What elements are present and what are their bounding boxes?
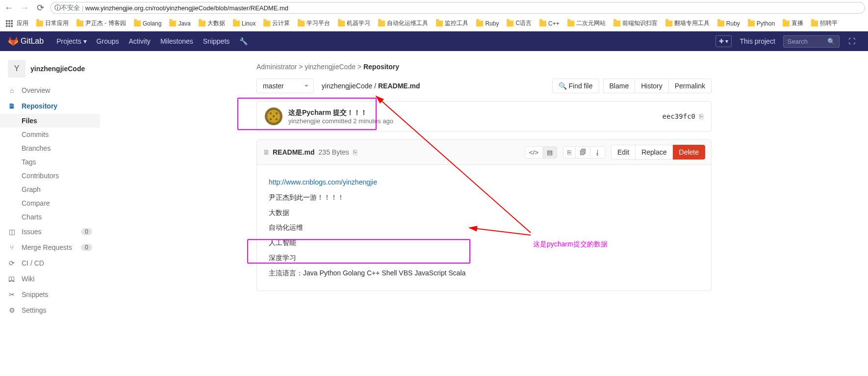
commit-title[interactable]: 这是Pycharm 提交！！！ xyxy=(288,108,393,117)
nav-activity[interactable]: Activity xyxy=(124,37,155,45)
nav-projects[interactable]: Projects ▾ xyxy=(51,37,91,45)
bookmark-item[interactable]: 云计算 xyxy=(260,19,293,27)
svg-rect-5 xyxy=(11,23,13,25)
blame-button[interactable]: Blame xyxy=(603,79,635,93)
bookmark-item[interactable]: 翻墙专用工具 xyxy=(663,19,713,27)
reload-icon[interactable]: ⟳ xyxy=(34,2,46,13)
nav-snippets[interactable]: Snippets xyxy=(198,37,234,45)
folder-icon xyxy=(507,21,513,27)
insecure-icon: ⓘ xyxy=(54,3,61,12)
bookmark-item[interactable]: C语言 xyxy=(504,19,535,27)
merge-icon: ⑂ xyxy=(8,243,16,251)
bookmark-item[interactable]: 直播 xyxy=(780,19,806,27)
sidebar-compare[interactable]: Compare xyxy=(0,196,100,210)
bookmark-item[interactable]: 二次元网站 xyxy=(564,19,609,27)
edit-button[interactable]: Edit xyxy=(611,145,635,160)
breadcrumb: Administrator > yinzhengjieCode > Reposi… xyxy=(256,59,712,79)
history-button[interactable]: History xyxy=(635,79,668,93)
nav-groups[interactable]: Groups xyxy=(92,37,124,45)
nav-milestones[interactable]: Milestones xyxy=(155,37,198,45)
file-content: http://www.cnblogs.com/yinzhengjie 尹正杰到此… xyxy=(257,165,711,291)
breadcrumb-owner[interactable]: Administrator xyxy=(256,63,297,71)
forward-icon[interactable]: → xyxy=(19,3,30,13)
bookmark-item[interactable]: Java xyxy=(166,20,193,27)
bookmark-item[interactable]: 自动化运维工具 xyxy=(375,19,431,27)
breadcrumb-repo: Repository xyxy=(363,63,399,71)
svg-rect-3 xyxy=(6,23,8,25)
delete-button[interactable]: Delete xyxy=(673,145,705,160)
sidebar-tags[interactable]: Tags xyxy=(0,155,100,169)
bookmark-item[interactable]: Python xyxy=(745,20,778,27)
folder-icon xyxy=(811,21,818,27)
bookmark-item[interactable]: C++ xyxy=(536,20,562,27)
issues-count: 0 xyxy=(81,228,92,235)
find-file-button[interactable]: 🔍 Find file xyxy=(552,79,599,93)
sidebar-repository[interactable]: 🗎Repository xyxy=(0,98,100,114)
sidebar-commits[interactable]: Commits xyxy=(0,128,100,141)
project-scope[interactable]: This project xyxy=(736,35,779,47)
bookmark-item[interactable]: Golang xyxy=(131,20,165,27)
bookmark-item[interactable]: 监控工具 xyxy=(433,19,471,27)
search-input[interactable]: Search 🔍 xyxy=(783,35,840,48)
copy-path-icon[interactable]: ⎘ xyxy=(353,148,357,156)
expand-icon[interactable]: ⛶ xyxy=(843,37,860,45)
sidebar-graph[interactable]: Graph xyxy=(0,183,100,196)
bookmark-item[interactable]: 尹正杰 - 博客园 xyxy=(74,19,129,27)
content-line: 大数据 xyxy=(269,205,699,220)
sidebar-wiki[interactable]: 🕮Wiki xyxy=(0,271,100,287)
source-view-button[interactable]: </> xyxy=(525,146,542,159)
replace-button[interactable]: Replace xyxy=(635,145,672,160)
sidebar-settings[interactable]: ⚙Settings xyxy=(0,302,100,318)
bookmark-item[interactable]: Linux xyxy=(230,20,259,27)
breadcrumb-project[interactable]: yinzhengjieCode xyxy=(305,63,356,71)
svg-rect-7 xyxy=(8,25,10,27)
sidebar-snippets[interactable]: ✂Snippets xyxy=(0,287,100,302)
sidebar-cicd[interactable]: ⟳CI / CD xyxy=(0,255,100,271)
bookmark-item[interactable]: 学习平台 xyxy=(295,19,333,27)
sidebar-charts[interactable]: Charts xyxy=(0,210,100,224)
wrench-icon[interactable]: 🔧 xyxy=(234,37,253,45)
svg-point-14 xyxy=(273,115,275,117)
folder-icon xyxy=(567,21,574,27)
folder-icon xyxy=(298,21,305,27)
rendered-view-button[interactable]: ▤ xyxy=(542,146,557,159)
apps-button[interactable]: 应用 xyxy=(3,19,31,27)
issues-icon: ◫ xyxy=(8,228,16,236)
commit-sha[interactable]: eec39fc0 xyxy=(663,112,695,120)
file-size: 235 Bytes xyxy=(319,148,349,156)
bookmark-item[interactable]: 大数据 xyxy=(196,19,228,27)
svg-point-13 xyxy=(276,118,278,120)
branch-select[interactable]: master xyxy=(256,79,314,93)
download-button[interactable]: ⭳ xyxy=(590,146,605,159)
url-bar[interactable]: ⓘ 不安全 | www.yinzhengjie.org.cn/root/yinz… xyxy=(50,2,865,14)
permalink-button[interactable]: Permalink xyxy=(668,79,712,93)
sidebar-merge[interactable]: ⑂Merge Requests0 xyxy=(0,240,100,255)
folder-icon xyxy=(665,21,672,27)
bookmark-item[interactable]: Ruby xyxy=(715,20,743,27)
sidebar-issues[interactable]: ◫Issues0 xyxy=(0,224,100,240)
path-project[interactable]: yinzhengjieCode xyxy=(322,82,373,90)
sidebar-files[interactable]: Files xyxy=(0,114,100,128)
bookmark-item[interactable]: 前端知识扫盲 xyxy=(611,19,661,27)
svg-point-12 xyxy=(270,118,272,120)
bookmark-item[interactable]: 招聘平 xyxy=(808,19,841,27)
copy-content-button[interactable]: ⎘ xyxy=(563,146,575,159)
sidebar-branches[interactable]: Branches xyxy=(0,141,100,155)
project-header[interactable]: Y yinzhengjieCode xyxy=(0,55,100,82)
content-link[interactable]: http://www.cnblogs.com/yinzhengjie xyxy=(269,178,377,186)
sidebar-overview[interactable]: ⌂Overview xyxy=(0,82,100,98)
folder-icon xyxy=(36,21,43,27)
bookmark-item[interactable]: Ruby xyxy=(473,20,502,27)
content-line: 人工智能 xyxy=(269,235,699,250)
raw-button[interactable]: 🗐 xyxy=(575,146,590,159)
copy-icon[interactable]: ⎘ xyxy=(699,112,703,120)
bookmarks-bar: 应用 日常应用 尹正杰 - 博客园 Golang Java 大数据 Linux … xyxy=(0,16,868,31)
back-icon[interactable]: ← xyxy=(3,3,15,13)
bookmark-item[interactable]: 日常应用 xyxy=(33,19,72,27)
gitlab-logo[interactable]: GitLab xyxy=(8,36,44,46)
folder-icon xyxy=(338,21,345,27)
sidebar-contributors[interactable]: Contributors xyxy=(0,169,100,183)
bookmark-item[interactable]: 机器学习 xyxy=(335,19,373,27)
file-icon: 🗎 xyxy=(263,148,270,156)
new-dropdown[interactable]: ✚ ▾ xyxy=(715,35,732,47)
